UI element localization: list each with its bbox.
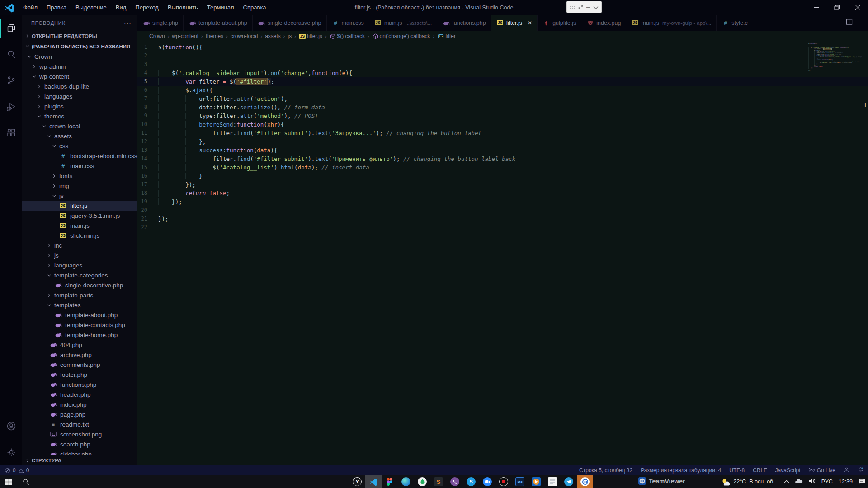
section-workspace[interactable]: (РАБОЧАЯ ОБЛАСТЬ) БЕЗ НАЗВАНИЯ	[22, 41, 137, 52]
activity-run-debug-icon[interactable]	[0, 94, 22, 120]
tab-style.c[interactable]: #style.c	[717, 15, 753, 31]
tree-item-template-contacts.php[interactable]: template-contacts.php	[22, 320, 137, 330]
status-Строка 5, столбец 32[interactable]: Строка 5, столбец 32	[579, 467, 632, 474]
tree-item-js[interactable]: js	[22, 250, 137, 260]
activity-account-icon[interactable]	[0, 413, 22, 439]
tree-item-index.php[interactable]: index.php	[22, 399, 137, 409]
taskbar-app-edge[interactable]	[398, 475, 414, 488]
tree-item-bootstrap-reboot.min.css[interactable]: #bootstrap-reboot.min.css	[22, 151, 137, 161]
taskbar-app-vscode[interactable]	[365, 475, 382, 488]
tree-item-archive.php[interactable]: archive.php	[22, 350, 137, 360]
tab-main.js[interactable]: JSmain.js...\assets\...	[369, 15, 437, 31]
taskbar-app-recorder[interactable]	[495, 475, 512, 488]
section-open-editors[interactable]: ОТКРЫТЫЕ РЕДАКТОРЫ	[22, 31, 137, 41]
keyboard-language[interactable]: РУС	[821, 479, 833, 485]
tree-item-comments.php[interactable]: comments.php	[22, 360, 137, 370]
notification-center-icon[interactable]	[859, 478, 865, 486]
tree-item-filter.js[interactable]: JSfilter.js	[22, 201, 137, 211]
tab-index.pug[interactable]: index.pug	[581, 15, 626, 31]
tree-item-header.php[interactable]: header.php	[22, 389, 137, 399]
menu-Выделение[interactable]: Выделение	[71, 2, 111, 13]
breadcrumb-$() callback[interactable]: $() callback	[330, 33, 365, 39]
minimize-panel-icon[interactable]: –	[586, 3, 590, 11]
weather-widget[interactable]: 22°C В осн. об...	[722, 478, 778, 486]
menu-Вид[interactable]: Вид	[112, 2, 131, 13]
taskbar-app-telegram[interactable]	[561, 475, 577, 488]
tab-single-decorative.php[interactable]: single-decorative.php	[253, 15, 327, 31]
tree-item-crown-local[interactable]: crown-local	[22, 121, 137, 131]
taskbar-app-yandex-browser[interactable]: Y	[349, 475, 365, 488]
status-Go Live[interactable]: Go Live	[809, 467, 835, 474]
activity-settings-icon[interactable]	[0, 439, 22, 465]
tree-item-screenshot.png[interactable]: screenshot.png	[22, 429, 137, 439]
tree-item-main.css[interactable]: #main.css	[22, 161, 137, 171]
minimize-button[interactable]	[806, 0, 826, 15]
tree-item-wp-admin[interactable]: wp-admin	[22, 61, 137, 71]
menu-Файл[interactable]: Файл	[19, 2, 42, 13]
status-feedback-icon[interactable]	[844, 467, 849, 474]
tree-item-single-decorative.php[interactable]: single-decorative.php	[22, 280, 137, 290]
breadcrumb-themes[interactable]: themes	[206, 33, 223, 39]
code-editor[interactable]: 1$(function(){234 $('.catalog__sidebar i…	[137, 42, 868, 465]
taskbar-app-notepad[interactable]	[544, 475, 561, 488]
tab-filter.js[interactable]: JSfilter.js✕	[491, 15, 538, 31]
taskbar-app-teamviewer[interactable]	[577, 475, 593, 488]
tab-gulpfile.js[interactable]: gulpfile.js	[538, 15, 581, 31]
restore-button[interactable]	[826, 0, 847, 15]
breadcrumb-Crown[interactable]: Crown	[149, 33, 165, 39]
status-bell-icon[interactable]	[858, 467, 863, 474]
tree-item-wp-content[interactable]: wp-content	[22, 71, 137, 81]
tree-item-footer.php[interactable]: footer.php	[22, 370, 137, 380]
breadcrumb-wp-content[interactable]: wp-content	[172, 33, 198, 39]
menu-Правка[interactable]: Правка	[42, 2, 71, 13]
close-tab-icon[interactable]: ✕	[528, 20, 532, 26]
tab-main.js[interactable]: JSmain.jsmy-own-gulp • app\...	[626, 15, 717, 31]
close-button[interactable]	[847, 0, 868, 15]
menu-Справка[interactable]: Справка	[239, 2, 270, 13]
tree-item-jquery-3.5.1.min.js[interactable]: JSjquery-3.5.1.min.js	[22, 211, 137, 221]
tree-item-plugins[interactable]: plugins	[22, 101, 137, 111]
tree-item-template-home.php[interactable]: template-home.php	[22, 330, 137, 340]
tree-item-page.php[interactable]: page.php	[22, 409, 137, 419]
menu-Переход[interactable]: Переход	[131, 2, 163, 13]
breadcrumb-filter[interactable]: filter	[437, 33, 456, 39]
taskbar-search-icon[interactable]	[17, 475, 34, 488]
tab-single.php[interactable]: single.php	[137, 15, 184, 31]
tree-item-fonts[interactable]: fonts	[22, 171, 137, 181]
clock[interactable]: 12:39	[839, 479, 853, 485]
explorer-more-actions-icon[interactable]: ···	[124, 19, 132, 27]
breadcrumb-assets[interactable]: assets	[265, 33, 281, 39]
tree-item-main.js[interactable]: JSmain.js	[22, 221, 137, 230]
tray-chevron-up-icon[interactable]	[784, 479, 789, 485]
status-CRLF[interactable]: CRLF	[753, 467, 767, 474]
taskbar-app-zoom[interactable]	[479, 475, 495, 488]
activity-source-control-icon[interactable]	[0, 67, 22, 94]
tab-main.css[interactable]: #main.css	[327, 15, 369, 31]
problems-warnings[interactable]: 0	[18, 467, 29, 474]
tree-item-readme.txt[interactable]: ≡readme.txt	[22, 419, 137, 429]
status-JavaScript[interactable]: JavaScript	[775, 467, 801, 474]
start-button[interactable]	[0, 475, 17, 488]
status-UTF-8[interactable]: UTF-8	[729, 467, 745, 474]
tree-item-js[interactable]: js	[22, 191, 137, 201]
taskbar-app-photoshop[interactable]: Ps	[512, 475, 528, 488]
tab-functions.php[interactable]: functions.php	[437, 15, 491, 31]
tree-item-sidebar.php[interactable]: sidebar.php	[22, 449, 137, 455]
menu-Терминал[interactable]: Терминал	[203, 2, 238, 13]
status-Размер интервала табуляции: 4[interactable]: Размер интервала табуляции: 4	[641, 467, 721, 474]
taskbar-app-green-drop-app[interactable]	[414, 475, 430, 488]
split-editor-icon[interactable]	[846, 19, 853, 27]
activity-search-icon[interactable]	[0, 41, 22, 67]
breadcrumb-filter.js[interactable]: JSfilter.js	[299, 33, 322, 39]
taskbar-app-sublime-text[interactable]: S	[430, 475, 447, 488]
menu-Выполнить[interactable]: Выполнить	[164, 2, 202, 13]
breadcrumb-on('change') callback[interactable]: on('change') callback	[372, 33, 430, 39]
tree-item-template-about.php[interactable]: template-about.php	[22, 310, 137, 320]
activity-explorer-icon[interactable]	[0, 15, 22, 41]
tree-item-img[interactable]: img	[22, 181, 137, 191]
taskbar-app-skype[interactable]: S	[463, 475, 479, 488]
teamviewer-mini-panel[interactable]: –	[566, 1, 602, 13]
breadcrumb-js[interactable]: js	[288, 33, 292, 39]
tree-item-slick.min.js[interactable]: JSslick.min.js	[22, 230, 137, 240]
tree-item-templates[interactable]: templates	[22, 300, 137, 310]
